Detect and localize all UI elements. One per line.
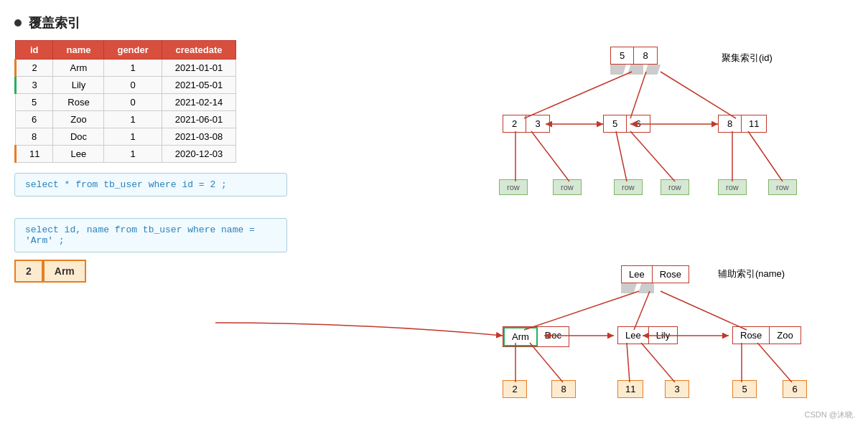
- cell-createdate-11: 2020-12-03: [162, 146, 236, 163]
- cell-id-5: 5: [16, 94, 53, 111]
- col-createdate: createdate: [162, 41, 236, 60]
- ai-mid-l-0: Arm: [503, 327, 538, 346]
- cell-name-6: Zoo: [53, 111, 104, 128]
- ci-mid-c-1: 6: [627, 115, 650, 132]
- ci-root-cell-0: 5: [611, 47, 634, 64]
- ai-root-cell-1: Rose: [653, 266, 689, 283]
- ci-root-cell-1: 8: [634, 47, 657, 64]
- cell-name-5: Rose: [53, 94, 104, 111]
- cell-createdate-2: 2021-01-01: [162, 60, 236, 77]
- cell-id-2: 2: [16, 60, 53, 77]
- svg-line-6: [630, 131, 675, 181]
- cell-name-11: Lee: [53, 146, 104, 163]
- svg-line-2: [661, 72, 736, 118]
- ai-root-cell-0: Lee: [622, 266, 653, 283]
- cell-gender-3: 0: [104, 77, 162, 94]
- ci-mid-center-node: 5 6: [603, 115, 650, 133]
- cell-gender-11: 1: [104, 146, 162, 163]
- ai-mid-center: Lee Lily: [617, 326, 678, 344]
- ai-mid-c-1: Lily: [649, 327, 678, 344]
- page-title: 覆盖索引: [29, 14, 80, 32]
- ci-leaf-lc: row: [553, 179, 582, 195]
- ci-mid-r-1: 11: [742, 115, 766, 132]
- ai-root-node: Lee Rose: [621, 265, 689, 293]
- sql-box-1: select * from tb_user where id = 2 ;: [14, 173, 287, 197]
- watermark: CSDN @沐晓.: [805, 410, 855, 420]
- svg-line-8: [748, 131, 783, 181]
- ci-leaf-ll: row: [499, 179, 528, 195]
- cell-id-11: 11: [16, 146, 53, 163]
- cell-createdate-3: 2021-05-01: [162, 77, 236, 94]
- svg-line-19: [757, 343, 792, 382]
- svg-line-13: [661, 291, 747, 330]
- svg-line-16: [627, 343, 630, 382]
- cell-createdate-8: 2021-03-08: [162, 128, 236, 146]
- ai-val-rl: 5: [732, 380, 757, 398]
- cell-name-2: Arm: [53, 60, 104, 77]
- ci-leaf-cc: row: [661, 179, 689, 195]
- svg-line-12: [634, 291, 650, 330]
- sql-box-2: select id, name from tb_user where name …: [14, 218, 287, 252]
- ci-mid-right-node: 8 11: [718, 115, 767, 133]
- ci-leaf-cl: row: [614, 179, 643, 195]
- cell-id-3: 3: [16, 77, 53, 94]
- ci-label: 聚集索引(id): [722, 52, 773, 65]
- title-area: 覆盖索引: [14, 14, 854, 32]
- cell-id-8: 8: [16, 128, 53, 146]
- ai-mid-c-0: Lee: [618, 327, 649, 344]
- ai-val-rc: 6: [783, 380, 807, 398]
- cell-id-6: 6: [16, 111, 53, 128]
- ci-mid-c-0: 5: [604, 115, 627, 132]
- ci-mid-left-node: 2 3: [503, 115, 550, 133]
- ci-mid-l-1: 3: [526, 115, 549, 132]
- ai-val-cl: 11: [617, 380, 643, 398]
- svg-line-4: [531, 131, 569, 181]
- cell-gender-2: 1: [104, 60, 162, 77]
- ci-root-node: 5 8: [610, 47, 661, 75]
- ai-label: 辅助索引(name): [718, 268, 785, 280]
- col-gender: gender: [104, 41, 162, 60]
- ci-leaf-rc: row: [768, 179, 797, 195]
- ci-leaf-rl: row: [718, 179, 747, 195]
- cell-gender-8: 1: [104, 128, 162, 146]
- ai-val-lc: 8: [551, 380, 576, 398]
- col-name: name: [53, 41, 104, 60]
- col-id: id: [16, 41, 53, 60]
- ci-mid-r-0: 8: [719, 115, 742, 132]
- ai-mid-left: Arm Doc: [503, 326, 569, 347]
- bullet-icon: [14, 19, 22, 27]
- result-name: Arm: [43, 260, 86, 283]
- cell-createdate-5: 2021-02-14: [162, 94, 236, 111]
- cell-createdate-6: 2021-06-01: [162, 111, 236, 128]
- svg-line-1: [630, 72, 646, 118]
- ai-mid-r-1: Zoo: [770, 327, 800, 344]
- ci-mid-l-0: 2: [503, 115, 526, 132]
- result-id: 2: [14, 260, 43, 283]
- svg-line-0: [524, 72, 632, 118]
- ai-val-cc: 3: [665, 380, 689, 398]
- cell-name-3: Lily: [53, 77, 104, 94]
- data-table: id name gender createdate 2Arm12021-01-0…: [14, 40, 236, 163]
- svg-line-5: [616, 131, 627, 181]
- ai-val-ll: 2: [503, 380, 527, 398]
- cell-gender-5: 0: [104, 94, 162, 111]
- svg-line-15: [530, 343, 563, 382]
- svg-line-11: [524, 291, 639, 330]
- ai-mid-right: Rose Zoo: [732, 326, 801, 344]
- svg-line-17: [641, 343, 675, 382]
- cell-name-8: Doc: [53, 128, 104, 146]
- ai-mid-r-0: Rose: [733, 327, 770, 344]
- ai-mid-l-1: Doc: [538, 327, 569, 346]
- cell-gender-6: 1: [104, 111, 162, 128]
